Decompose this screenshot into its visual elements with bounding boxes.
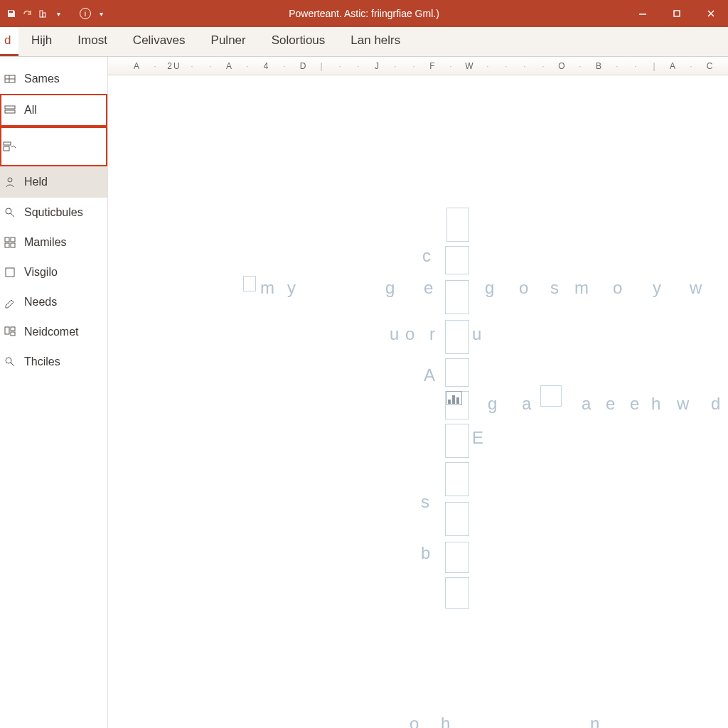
floating-letter[interactable]: m <box>574 278 589 298</box>
svg-point-13 <box>6 208 11 214</box>
tab-imost[interactable]: Imost <box>65 27 120 56</box>
floating-letter[interactable]: r <box>429 324 435 344</box>
ruler-mark: · <box>609 61 627 71</box>
floating-letter[interactable]: a <box>582 394 591 414</box>
floating-letter[interactable]: u <box>390 324 399 344</box>
floating-letter[interactable]: h <box>441 714 450 728</box>
title-bar: i Powerteant. Astic: friingrfiae Gml.) <box>0 0 728 27</box>
floating-letter[interactable]: y <box>653 278 661 298</box>
floating-letter[interactable]: s <box>421 492 429 512</box>
placeholder-box[interactable] <box>445 246 469 274</box>
floating-letter[interactable]: g <box>385 278 395 298</box>
save-icon[interactable] <box>6 8 17 19</box>
floating-letter[interactable]: g <box>485 278 494 298</box>
floating-letter[interactable]: e <box>630 394 639 414</box>
ruler-mark: A <box>220 61 239 71</box>
table-icon <box>3 72 17 86</box>
floating-letter[interactable]: d <box>711 394 720 414</box>
placeholder-box[interactable] <box>445 424 469 458</box>
sidebar-item-label: Thciles <box>24 355 60 368</box>
placeholder-box[interactable] <box>445 502 469 536</box>
floating-letter[interactable]: u <box>472 324 481 344</box>
minimize-button[interactable] <box>626 0 660 27</box>
sidebar-item-label: All <box>24 104 37 117</box>
floating-letter[interactable]: g <box>488 394 497 414</box>
placeholder-box[interactable] <box>445 358 469 387</box>
floating-letter[interactable]: n <box>590 714 599 728</box>
tab-celivaves[interactable]: Celivaves <box>120 27 198 56</box>
close-button[interactable] <box>694 0 728 27</box>
chevron-down-icon[interactable] <box>95 8 107 19</box>
svg-rect-20 <box>5 327 9 334</box>
svg-rect-1 <box>40 11 43 17</box>
canvas[interactable]: cmygegosmoywuoruAgaaeehwdhEsbohne <box>108 75 728 728</box>
tab-d[interactable]: d <box>0 27 18 56</box>
sidebar-item-squticbules[interactable]: Squticbules <box>0 198 107 228</box>
svg-rect-9 <box>5 110 15 113</box>
floating-letter[interactable]: A <box>424 365 435 385</box>
ruler-mark: · <box>183 61 202 71</box>
redo-icon[interactable] <box>21 8 33 19</box>
sidebar-item-all[interactable]: All <box>0 94 107 127</box>
placeholder-box[interactable] <box>243 276 256 291</box>
placeholder-box[interactable] <box>445 542 469 573</box>
chevron-down-icon[interactable] <box>53 8 64 19</box>
dashboard-icon <box>3 325 17 339</box>
sidebar-item-label: Visgilo <box>24 266 58 279</box>
ruler-mark: · <box>627 61 646 71</box>
sidebar-item-layout[interactable] <box>0 127 107 166</box>
placeholder-box[interactable] <box>446 208 469 242</box>
placeholder-box[interactable] <box>445 577 469 609</box>
sidebar-item-visgilo[interactable]: Visgilo <box>0 257 107 287</box>
placeholder-box[interactable] <box>445 462 469 496</box>
placeholder-box[interactable] <box>445 320 469 354</box>
ruler-mark: · <box>239 61 257 71</box>
sidebar-item-label: Neidcomet <box>24 326 78 338</box>
tab-hijh[interactable]: Hijh <box>18 27 65 56</box>
sidebar-item-sames[interactable]: Sames <box>0 64 107 94</box>
floating-letter[interactable]: e <box>606 394 615 414</box>
ruler-mark: W <box>461 61 479 71</box>
tab-label: Solortious <box>272 33 326 48</box>
floating-letter[interactable]: c <box>422 246 431 266</box>
floating-letter[interactable]: e <box>424 278 433 298</box>
floating-letter[interactable]: w <box>690 278 702 298</box>
floating-letter[interactable]: o <box>519 278 528 298</box>
sidebar-item-held[interactable]: Held <box>0 166 107 198</box>
floating-letter[interactable]: E <box>472 428 483 448</box>
chart-icon[interactable] <box>446 391 462 405</box>
svg-rect-19 <box>6 268 14 277</box>
placeholder-box[interactable] <box>445 280 469 314</box>
square-icon <box>3 265 17 279</box>
ruler-mark: · <box>146 61 165 71</box>
ruler-mark: | <box>313 61 331 71</box>
sidebar-item-neidcomet[interactable]: Neidcomet <box>0 317 107 347</box>
placeholder-box[interactable] <box>540 385 562 407</box>
floating-letter[interactable]: o <box>405 324 414 344</box>
floating-letter[interactable]: o <box>613 278 622 298</box>
main-area: Sames All Held Squticbules <box>0 57 728 728</box>
building-icon[interactable] <box>37 8 48 19</box>
tab-pulner[interactable]: Pulner <box>198 27 259 56</box>
sidebar-item-thciles[interactable]: Thciles <box>0 347 107 377</box>
floating-letter[interactable]: o <box>410 714 419 728</box>
restore-button[interactable] <box>660 0 694 27</box>
sidebar-item-needs[interactable]: Needs <box>0 287 107 317</box>
sidebar-item-mamiles[interactable]: Mamiles <box>0 228 107 257</box>
ruler: A·2U··A·4·D|··J··F·W····O·B··|A·C <box>108 57 728 75</box>
svg-line-14 <box>11 213 14 217</box>
floating-letter[interactable]: b <box>421 543 430 563</box>
floating-letter[interactable]: a <box>522 394 531 414</box>
floating-letter[interactable]: m <box>260 278 274 298</box>
tab-lanhelrs[interactable]: Lan helrs <box>338 27 413 56</box>
floating-letter[interactable]: w <box>677 394 689 414</box>
floating-letter[interactable]: s <box>550 278 559 298</box>
floating-letter[interactable]: h <box>651 394 660 414</box>
info-circle-icon[interactable]: i <box>80 8 91 19</box>
tab-solortious[interactable]: Solortious <box>259 27 338 56</box>
ruler-mark: · <box>276 61 294 71</box>
floating-letter[interactable]: y <box>287 278 296 298</box>
search-icon <box>3 355 17 369</box>
document-wrap: A·2U··A·4·D|··J··F·W····O·B··|A·C cmygeg… <box>108 57 728 728</box>
ruler-mark: · <box>682 61 701 71</box>
